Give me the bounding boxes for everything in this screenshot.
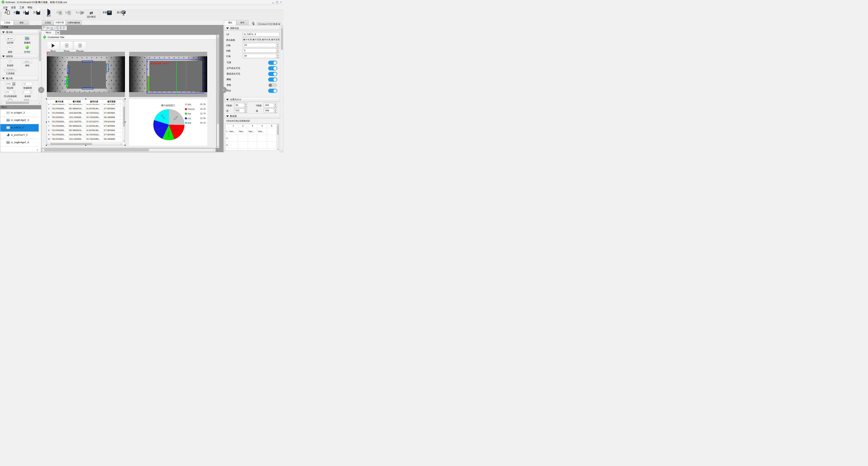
table-cell[interactable]: 277.8876964 [103, 111, 120, 115]
tree-item-m_table_4[interactable]: m_table_4 [0, 124, 39, 132]
table-cell[interactable]: 1012.1620755... [68, 120, 86, 124]
properties-vscroll-thumb[interactable] [281, 28, 283, 50]
table-cell[interactable]: 730.23105911... [51, 137, 68, 141]
align-vcenter-button[interactable] [59, 26, 63, 30]
table-cell[interactable]: 1010.6024788... [68, 111, 86, 115]
spin-down-icon[interactable]: ▼ [276, 45, 279, 47]
stop-button[interactable]: 停止 [55, 11, 62, 14]
image-box-preview-icon[interactable] [25, 36, 29, 40]
row-height-spinner[interactable]: 30▲▼ [243, 54, 279, 58]
section-table-info[interactable]: 表格信息 [225, 26, 280, 31]
tab-ui-designer[interactable]: UI设计器 [54, 20, 66, 25]
tab-toolbox[interactable]: 工具箱 [0, 20, 14, 25]
table-cell[interactable]: 731.97553055... [51, 120, 68, 124]
align-left-button[interactable] [42, 26, 46, 30]
canvas-vscroll-thumb[interactable] [217, 37, 219, 124]
selection-handle[interactable] [85, 145, 87, 146]
table-vscrollbar[interactable]: ∧ ∨ [123, 99, 125, 142]
var-settings-button[interactable]: var√⚙变量设置 [101, 11, 113, 14]
scroll-left-icon[interactable]: ‹ [1, 101, 2, 104]
table-cell[interactable]: 51.597461381... [86, 124, 103, 128]
table-cell[interactable]: 1011.2434939... [68, 115, 86, 119]
scroll-down-icon[interactable]: ∨ [36, 148, 38, 152]
table-cell[interactable]: 278.6152438 [103, 120, 120, 124]
button-preview-icon[interactable]: Button [22, 60, 32, 63]
save-as-button[interactable]: 另存为 [31, 11, 42, 14]
scroll-right-icon[interactable]: › [213, 149, 214, 151]
canvas-hscroll-thumb[interactable] [44, 149, 149, 151]
menu-tools[interactable]: 工具 [19, 6, 25, 9]
ds-cell[interactable] [248, 142, 257, 149]
scroll-up-icon[interactable]: ∧ [123, 100, 125, 102]
widget-stop-button[interactable] [60, 41, 73, 50]
scroll-down-icon[interactable]: ∨ [123, 140, 125, 142]
align-bottom-button[interactable] [55, 26, 58, 30]
tab-resources[interactable]: 资源 [14, 20, 29, 25]
table-cell[interactable]: 277.8876964 [103, 104, 120, 107]
spin-preview-icon[interactable]: 0▲▼ [22, 90, 32, 94]
canvas-vscrollbar[interactable]: ∧ ∨ [217, 35, 219, 148]
table-cell[interactable]: 54.715331855... [86, 115, 103, 119]
toggle-on[interactable] [268, 89, 277, 93]
table-cell[interactable]: 731.97553055... [51, 104, 68, 107]
menu-settings[interactable]: 设置 [10, 6, 17, 9]
id-input[interactable]: m_table_4 [243, 32, 279, 36]
x-spinner[interactable]: 44▲▼ [234, 103, 247, 107]
table-cell[interactable]: 731.97553055... [51, 111, 68, 115]
table-cell[interactable]: 997.98596219... [68, 104, 86, 107]
spin-up-icon[interactable]: ▲ [276, 43, 279, 45]
spin-down-icon[interactable]: ▼ [276, 51, 279, 53]
toggle-on[interactable] [268, 72, 277, 76]
table-cell[interactable]: 731.97553055... [51, 107, 68, 111]
ds-cell[interactable] [238, 142, 248, 149]
table-cell[interactable]: 277.8876964 [103, 133, 120, 137]
scroll-up-icon[interactable]: ∧ [217, 35, 219, 37]
spin-up-icon[interactable]: ▲ [274, 103, 277, 105]
ds-vscroll-thumb[interactable] [277, 126, 279, 135]
selection-handle[interactable] [85, 98, 87, 99]
table-row[interactable]: 9731.97553055...1010.6024788...50.723764… [47, 133, 123, 137]
maximize-button[interactable] [276, 1, 278, 3]
save-button[interactable]: 保存 [21, 11, 29, 14]
ds-cell[interactable]: Vars... [228, 128, 238, 135]
section-refresh-conditions[interactable]: 刷新条件 [225, 151, 280, 152]
scroll-left-icon[interactable]: ‹ [48, 143, 48, 145]
open-button[interactable]: 打开 [12, 11, 20, 14]
tab-ui-script-editor[interactable]: UI脚本编辑器 [66, 20, 82, 25]
scroll-up-icon[interactable]: ∧ [277, 124, 279, 126]
table-cell[interactable]: 50.723764310... [86, 111, 103, 115]
ds-cell[interactable] [257, 142, 267, 149]
add-page-button[interactable]: + [56, 31, 60, 35]
tab-events[interactable]: 事件 [236, 20, 248, 25]
tree-item-m_widget_2[interactable]: ▶⏸⏹m_widget_2 [0, 109, 39, 117]
gauge-preview-icon[interactable] [7, 99, 13, 101]
close-button[interactable]: ✕ [280, 1, 282, 3]
table-cell[interactable]: 51.597461381... [86, 104, 103, 107]
ds-cell[interactable] [267, 142, 277, 149]
tab-properties[interactable]: 属性 [224, 20, 236, 25]
table-row[interactable]: 8731.97553055...997.98596219...51.597461… [47, 128, 123, 133]
table-hscrollbar[interactable]: ‹ › [47, 142, 123, 145]
selection-handle[interactable] [124, 145, 126, 146]
table-cell[interactable]: 54.715331855... [86, 137, 103, 141]
table-cell[interactable]: 51.597461381... [86, 128, 103, 133]
section-position-size[interactable]: 位置与大小 [225, 97, 280, 102]
tool-button-preview-icon[interactable]: ✎ Tool Button [4, 68, 16, 71]
display-settings-button[interactable]: 显示设置 [115, 11, 128, 14]
data-source-grid[interactable]: 123451Vars...Vars...Vars...Vars...234∧∨‹… [225, 124, 279, 152]
spin-down-icon[interactable]: ▼ [274, 111, 277, 113]
section-input-boxes[interactable]: 输入框 [1, 76, 38, 81]
scroll-right-icon[interactable]: › [39, 101, 40, 104]
height-spinner[interactable]: 308▲▼ [264, 108, 277, 113]
menu-file[interactable]: 文件 [2, 6, 8, 9]
new-button[interactable]: 新建 [3, 11, 11, 14]
step-run-button[interactable]: 单步运行 [74, 11, 87, 14]
expand-right-panel-handle[interactable]: » [221, 87, 227, 93]
table-row[interactable]: 2731.97553055...997.98596219...51.597461… [47, 104, 123, 107]
align-right-button[interactable] [50, 26, 54, 30]
ds-cell[interactable] [238, 135, 248, 142]
keypad-preview-icon[interactable] [24, 99, 29, 101]
table-row[interactable]: 6731.97553055...1012.1620755...57.237129… [47, 120, 123, 124]
properties-vscrollbar[interactable]: ∧ ∨ [280, 25, 283, 152]
table-row[interactable]: 7731.97553055...997.98596219...51.597461… [47, 124, 123, 128]
